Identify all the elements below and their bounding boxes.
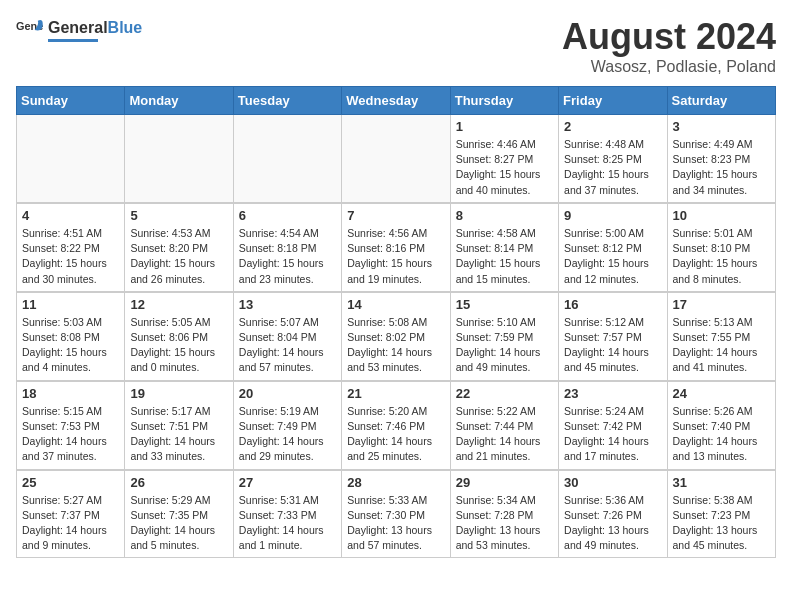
calendar-cell: 22Sunrise: 5:22 AM Sunset: 7:44 PM Dayli… [450, 381, 558, 469]
calendar-week-4: 18Sunrise: 5:15 AM Sunset: 7:53 PM Dayli… [17, 381, 776, 469]
weekday-header-sunday: Sunday [17, 87, 125, 115]
calendar-cell: 11Sunrise: 5:03 AM Sunset: 8:08 PM Dayli… [17, 292, 125, 380]
day-info: Sunrise: 5:36 AM Sunset: 7:26 PM Dayligh… [564, 493, 661, 554]
day-info: Sunrise: 5:27 AM Sunset: 7:37 PM Dayligh… [22, 493, 119, 554]
day-number: 10 [673, 208, 770, 223]
calendar-cell: 4Sunrise: 4:51 AM Sunset: 8:22 PM Daylig… [17, 203, 125, 291]
day-number: 3 [673, 119, 770, 134]
calendar-cell: 1Sunrise: 4:46 AM Sunset: 8:27 PM Daylig… [450, 115, 558, 203]
day-number: 6 [239, 208, 336, 223]
day-info: Sunrise: 5:08 AM Sunset: 8:02 PM Dayligh… [347, 315, 444, 376]
day-number: 5 [130, 208, 227, 223]
day-number: 1 [456, 119, 553, 134]
day-number: 2 [564, 119, 661, 134]
day-number: 18 [22, 386, 119, 401]
calendar-cell: 14Sunrise: 5:08 AM Sunset: 8:02 PM Dayli… [342, 292, 450, 380]
calendar-cell: 21Sunrise: 5:20 AM Sunset: 7:46 PM Dayli… [342, 381, 450, 469]
day-number: 4 [22, 208, 119, 223]
day-info: Sunrise: 5:33 AM Sunset: 7:30 PM Dayligh… [347, 493, 444, 554]
day-info: Sunrise: 5:34 AM Sunset: 7:28 PM Dayligh… [456, 493, 553, 554]
calendar-week-3: 11Sunrise: 5:03 AM Sunset: 8:08 PM Dayli… [17, 292, 776, 380]
calendar-cell: 7Sunrise: 4:56 AM Sunset: 8:16 PM Daylig… [342, 203, 450, 291]
weekday-header-thursday: Thursday [450, 87, 558, 115]
logo: General GeneralBlue [16, 16, 142, 44]
calendar-cell: 24Sunrise: 5:26 AM Sunset: 7:40 PM Dayli… [667, 381, 775, 469]
day-info: Sunrise: 5:07 AM Sunset: 8:04 PM Dayligh… [239, 315, 336, 376]
month-title: August 2024 [562, 16, 776, 58]
day-info: Sunrise: 5:26 AM Sunset: 7:40 PM Dayligh… [673, 404, 770, 465]
day-info: Sunrise: 4:58 AM Sunset: 8:14 PM Dayligh… [456, 226, 553, 287]
day-number: 16 [564, 297, 661, 312]
calendar-cell: 20Sunrise: 5:19 AM Sunset: 7:49 PM Dayli… [233, 381, 341, 469]
day-number: 17 [673, 297, 770, 312]
weekday-header-row: SundayMondayTuesdayWednesdayThursdayFrid… [17, 87, 776, 115]
location-subtitle: Wasosz, Podlasie, Poland [562, 58, 776, 76]
day-info: Sunrise: 5:24 AM Sunset: 7:42 PM Dayligh… [564, 404, 661, 465]
page-header: General GeneralBlue August 2024 Wasosz, … [16, 16, 776, 76]
day-number: 23 [564, 386, 661, 401]
day-info: Sunrise: 5:03 AM Sunset: 8:08 PM Dayligh… [22, 315, 119, 376]
day-number: 8 [456, 208, 553, 223]
calendar-cell: 30Sunrise: 5:36 AM Sunset: 7:26 PM Dayli… [559, 470, 667, 558]
calendar-cell [233, 115, 341, 203]
calendar-table: SundayMondayTuesdayWednesdayThursdayFrid… [16, 86, 776, 558]
calendar-cell: 26Sunrise: 5:29 AM Sunset: 7:35 PM Dayli… [125, 470, 233, 558]
calendar-cell: 9Sunrise: 5:00 AM Sunset: 8:12 PM Daylig… [559, 203, 667, 291]
day-number: 19 [130, 386, 227, 401]
day-number: 11 [22, 297, 119, 312]
day-number: 24 [673, 386, 770, 401]
calendar-cell: 23Sunrise: 5:24 AM Sunset: 7:42 PM Dayli… [559, 381, 667, 469]
day-info: Sunrise: 5:10 AM Sunset: 7:59 PM Dayligh… [456, 315, 553, 376]
day-info: Sunrise: 4:46 AM Sunset: 8:27 PM Dayligh… [456, 137, 553, 198]
day-info: Sunrise: 5:38 AM Sunset: 7:23 PM Dayligh… [673, 493, 770, 554]
calendar-cell: 31Sunrise: 5:38 AM Sunset: 7:23 PM Dayli… [667, 470, 775, 558]
day-info: Sunrise: 5:00 AM Sunset: 8:12 PM Dayligh… [564, 226, 661, 287]
calendar-cell: 17Sunrise: 5:13 AM Sunset: 7:55 PM Dayli… [667, 292, 775, 380]
calendar-cell: 25Sunrise: 5:27 AM Sunset: 7:37 PM Dayli… [17, 470, 125, 558]
day-number: 26 [130, 475, 227, 490]
calendar-week-5: 25Sunrise: 5:27 AM Sunset: 7:37 PM Dayli… [17, 470, 776, 558]
day-info: Sunrise: 5:13 AM Sunset: 7:55 PM Dayligh… [673, 315, 770, 376]
logo-icon: General [16, 16, 44, 44]
day-info: Sunrise: 5:29 AM Sunset: 7:35 PM Dayligh… [130, 493, 227, 554]
calendar-cell: 28Sunrise: 5:33 AM Sunset: 7:30 PM Dayli… [342, 470, 450, 558]
calendar-cell: 6Sunrise: 4:54 AM Sunset: 8:18 PM Daylig… [233, 203, 341, 291]
calendar-cell: 16Sunrise: 5:12 AM Sunset: 7:57 PM Dayli… [559, 292, 667, 380]
day-number: 7 [347, 208, 444, 223]
day-info: Sunrise: 5:20 AM Sunset: 7:46 PM Dayligh… [347, 404, 444, 465]
calendar-cell: 10Sunrise: 5:01 AM Sunset: 8:10 PM Dayli… [667, 203, 775, 291]
calendar-cell: 15Sunrise: 5:10 AM Sunset: 7:59 PM Dayli… [450, 292, 558, 380]
weekday-header-tuesday: Tuesday [233, 87, 341, 115]
calendar-cell: 27Sunrise: 5:31 AM Sunset: 7:33 PM Dayli… [233, 470, 341, 558]
day-info: Sunrise: 4:48 AM Sunset: 8:25 PM Dayligh… [564, 137, 661, 198]
weekday-header-wednesday: Wednesday [342, 87, 450, 115]
day-number: 9 [564, 208, 661, 223]
day-info: Sunrise: 5:19 AM Sunset: 7:49 PM Dayligh… [239, 404, 336, 465]
day-number: 14 [347, 297, 444, 312]
calendar-cell: 19Sunrise: 5:17 AM Sunset: 7:51 PM Dayli… [125, 381, 233, 469]
day-number: 15 [456, 297, 553, 312]
calendar-cell [17, 115, 125, 203]
day-info: Sunrise: 5:05 AM Sunset: 8:06 PM Dayligh… [130, 315, 227, 376]
calendar-cell: 8Sunrise: 4:58 AM Sunset: 8:14 PM Daylig… [450, 203, 558, 291]
weekday-header-saturday: Saturday [667, 87, 775, 115]
calendar-cell: 18Sunrise: 5:15 AM Sunset: 7:53 PM Dayli… [17, 381, 125, 469]
logo-general: General [48, 19, 108, 37]
calendar-cell: 5Sunrise: 4:53 AM Sunset: 8:20 PM Daylig… [125, 203, 233, 291]
day-number: 20 [239, 386, 336, 401]
day-info: Sunrise: 5:15 AM Sunset: 7:53 PM Dayligh… [22, 404, 119, 465]
day-number: 21 [347, 386, 444, 401]
day-number: 30 [564, 475, 661, 490]
day-info: Sunrise: 4:54 AM Sunset: 8:18 PM Dayligh… [239, 226, 336, 287]
calendar-cell: 3Sunrise: 4:49 AM Sunset: 8:23 PM Daylig… [667, 115, 775, 203]
day-info: Sunrise: 4:51 AM Sunset: 8:22 PM Dayligh… [22, 226, 119, 287]
day-number: 28 [347, 475, 444, 490]
title-area: August 2024 Wasosz, Podlasie, Poland [562, 16, 776, 76]
calendar-cell [342, 115, 450, 203]
day-info: Sunrise: 5:17 AM Sunset: 7:51 PM Dayligh… [130, 404, 227, 465]
day-number: 31 [673, 475, 770, 490]
day-info: Sunrise: 4:49 AM Sunset: 8:23 PM Dayligh… [673, 137, 770, 198]
calendar-week-2: 4Sunrise: 4:51 AM Sunset: 8:22 PM Daylig… [17, 203, 776, 291]
day-info: Sunrise: 5:22 AM Sunset: 7:44 PM Dayligh… [456, 404, 553, 465]
day-number: 27 [239, 475, 336, 490]
